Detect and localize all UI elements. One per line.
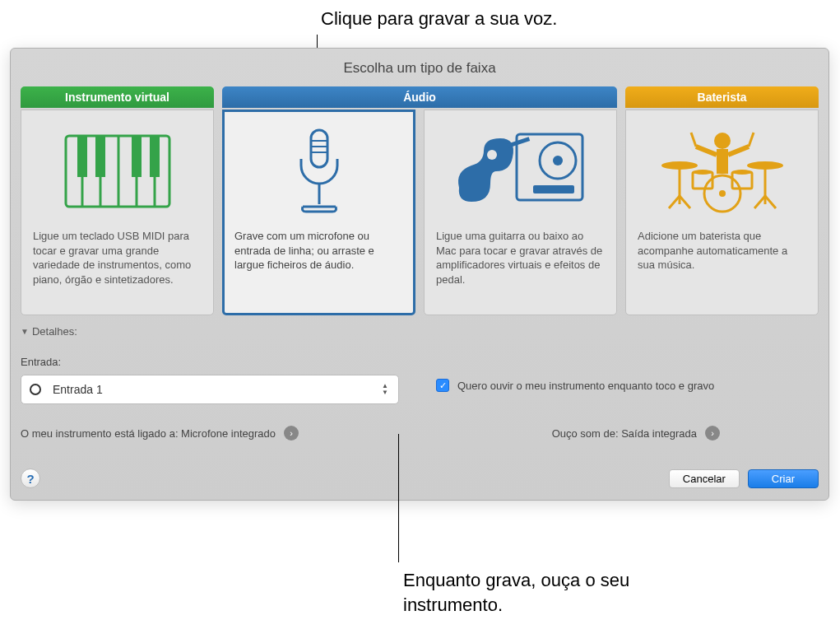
svg-point-20 — [487, 150, 497, 160]
svg-line-26 — [691, 133, 696, 147]
svg-point-22 — [714, 133, 731, 149]
cards-row: Ligue um teclado USB MIDI para tocar e g… — [21, 110, 819, 315]
card-drummer-desc: Adicione um baterista que acompanhe auto… — [638, 229, 806, 273]
svg-point-41 — [719, 190, 726, 197]
disclosure-triangle-icon: ▼ — [21, 327, 29, 336]
dialog-title: Escolha um tipo de faixa — [21, 60, 819, 77]
help-button[interactable]: ? — [21, 468, 40, 488]
input-label: Entrada: — [21, 356, 403, 368]
card-guitar-desc: Ligue uma guitarra ou baixo ao Mac para … — [436, 229, 605, 287]
card-guitar[interactable]: Ligue uma guitarra ou baixo ao Mac para … — [424, 110, 617, 315]
callout-line-bottom — [398, 434, 399, 562]
svg-line-35 — [765, 196, 776, 208]
card-microphone[interactable]: Grave com um microfone ou entrada de lin… — [222, 110, 415, 315]
select-arrows-icon: ▲▼ — [378, 381, 392, 398]
svg-point-39 — [732, 170, 752, 175]
details-label: Detalhes: — [32, 325, 77, 338]
svg-rect-8 — [132, 136, 142, 177]
input-select[interactable]: Entrada 1 ▲▼ — [21, 375, 399, 404]
svg-line-27 — [749, 133, 754, 147]
drummer-icon — [638, 122, 806, 221]
svg-line-34 — [754, 196, 765, 208]
tab-virtual-instrument[interactable]: Instrumento virtual — [21, 86, 214, 108]
tabs-row: Instrumento virtual Áudio Baterista — [21, 86, 819, 108]
callout-bottom: Enquanto grava, ouça o seu instrumento. — [403, 568, 650, 617]
track-type-dialog: Escolha um tipo de faixa Instrumento vir… — [10, 48, 829, 501]
svg-point-18 — [553, 156, 563, 165]
card-virtual-instrument[interactable]: Ligue um teclado USB MIDI para tocar e g… — [21, 110, 214, 315]
input-settings-button[interactable]: › — [284, 426, 299, 441]
tab-audio[interactable]: Áudio — [222, 86, 617, 108]
input-channel-icon — [30, 384, 41, 395]
svg-rect-7 — [95, 136, 105, 177]
svg-rect-10 — [311, 130, 327, 167]
svg-point-37 — [693, 170, 712, 175]
callout-top: Clique para gravar a sua voz. — [321, 8, 557, 30]
output-device-text: Ouço som de: Saída integrada — [552, 427, 697, 440]
create-button[interactable]: Criar — [748, 469, 819, 488]
input-value: Entrada 1 — [53, 383, 103, 396]
monitor-checkbox[interactable]: ✓ — [436, 379, 449, 392]
output-settings-button[interactable]: › — [705, 426, 720, 441]
card-drummer[interactable]: Adicione um baterista que acompanhe auto… — [625, 110, 819, 315]
card-microphone-desc: Grave com um microfone ou entrada de lin… — [234, 229, 403, 273]
svg-rect-23 — [717, 149, 728, 174]
cancel-button[interactable]: Cancelar — [669, 469, 740, 488]
svg-line-25 — [728, 147, 749, 155]
svg-rect-6 — [77, 136, 87, 177]
details-panel: Entrada: Entrada 1 ▲▼ ✓ Quero ouvir o me… — [21, 343, 819, 441]
microphone-icon — [234, 122, 403, 221]
svg-line-30 — [669, 196, 680, 208]
dialog-footer: ? Cancelar Criar — [21, 457, 819, 488]
svg-line-24 — [696, 147, 717, 155]
tab-drummer[interactable]: Baterista — [625, 86, 819, 108]
svg-rect-19 — [533, 185, 574, 193]
details-toggle[interactable]: ▼ Detalhes: — [21, 325, 819, 338]
monitor-label: Quero ouvir o meu instrumento enquanto t… — [457, 380, 714, 392]
svg-rect-9 — [150, 136, 160, 177]
connected-device-text: O meu instrumento está ligado a: Microfo… — [21, 427, 276, 440]
piano-icon — [33, 122, 202, 221]
svg-line-31 — [680, 196, 690, 208]
card-virtual-desc: Ligue um teclado USB MIDI para tocar e g… — [33, 229, 202, 287]
guitar-icon — [436, 122, 605, 221]
